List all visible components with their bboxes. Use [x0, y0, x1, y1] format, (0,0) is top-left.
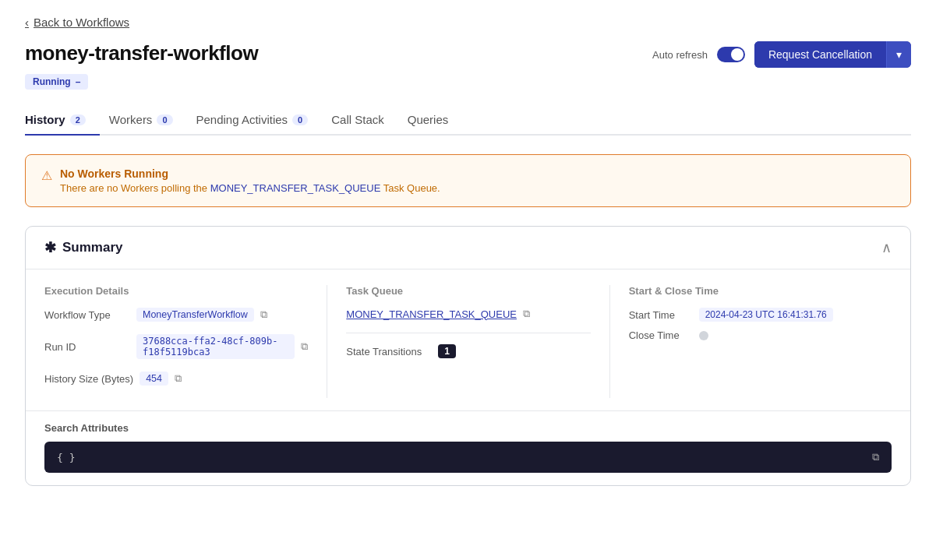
status-label: Running	[33, 76, 71, 87]
tab-history-badge: 2	[70, 114, 86, 125]
close-time-label: Close Time	[629, 329, 691, 341]
start-close-time-title: Start & Close Time	[629, 285, 873, 297]
summary-title-label: Summary	[62, 240, 122, 255]
tab-workers-badge: 0	[157, 114, 172, 125]
request-cancellation-label: Request Cancellation	[754, 41, 886, 68]
tab-call-stack[interactable]: Call Stack	[331, 105, 398, 136]
search-attributes-json-value: { }	[57, 452, 75, 463]
request-cancellation-button[interactable]: Request Cancellation ▾	[754, 41, 911, 68]
run-id-row: Run ID 37688cca-ffa2-48cf-809b-f18f5119b…	[44, 334, 308, 359]
workflow-type-row: Workflow Type MoneyTransferWorkflow ⧉	[44, 308, 308, 322]
summary-header: ✱ Summary ∧	[26, 227, 910, 269]
search-attributes-json-box: { } ⧉	[44, 442, 892, 473]
tab-queries[interactable]: Queries	[408, 105, 463, 136]
search-attributes-copy-icon[interactable]: ⧉	[872, 451, 879, 463]
alert-warning-icon: ⚠	[41, 168, 52, 183]
start-time-row: Start Time 2024-04-23 UTC 16:41:31.76	[629, 308, 873, 322]
workflow-type-value: MoneyTransferWorkflow	[136, 308, 254, 322]
state-transitions-label: State Transitions	[346, 346, 432, 357]
state-transitions-value: 1	[438, 344, 456, 358]
task-queue-title: Task Queue	[346, 285, 590, 297]
history-size-row: History Size (Bytes) 454 ⧉	[44, 372, 308, 386]
tab-call-stack-label: Call Stack	[331, 113, 384, 126]
run-id-value: 37688cca-ffa2-48cf-809b-f18f5119bca3	[136, 334, 295, 359]
run-id-copy-icon[interactable]: ⧉	[301, 340, 308, 353]
tab-history-label: History	[25, 113, 65, 126]
start-close-time-section: Start & Close Time Start Time 2024-04-23…	[609, 285, 892, 398]
task-queue-divider	[346, 333, 590, 333]
tabs-bar: History 2 Workers 0 Pending Activities 0…	[25, 105, 911, 136]
auto-refresh-label: Auto refresh	[652, 49, 708, 61]
toggle-knob	[731, 48, 744, 61]
alert-queue-link[interactable]: MONEY_TRANSFER_TASK_QUEUE	[210, 182, 381, 194]
back-link-label: Back to Workflows	[34, 16, 129, 29]
alert-title: No Workers Running	[60, 167, 440, 180]
back-to-workflows-link[interactable]: ‹ Back to Workflows	[25, 16, 911, 29]
history-size-value: 454	[140, 372, 168, 386]
status-badge: Running –	[25, 74, 88, 90]
close-time-row: Close Time	[629, 329, 873, 341]
workflow-type-copy-icon[interactable]: ⧉	[260, 308, 267, 321]
tab-queries-label: Queries	[408, 113, 449, 126]
state-transitions-row: State Transitions 1	[346, 344, 590, 358]
back-arrow-icon: ‹	[25, 16, 29, 29]
alert-text-prefix: There are no Workers polling the	[60, 182, 210, 194]
alert-text-suffix: Task Queue.	[380, 182, 440, 194]
request-cancellation-dropdown-arrow[interactable]: ▾	[886, 41, 911, 68]
execution-details-section: Execution Details Workflow Type MoneyTra…	[44, 285, 327, 398]
summary-collapse-button[interactable]: ∧	[881, 239, 892, 256]
workflow-title: money-transfer-workflow	[25, 41, 258, 65]
task-queue-copy-icon[interactable]: ⧉	[523, 308, 530, 320]
alert-text: There are no Workers polling the MONEY_T…	[60, 182, 440, 194]
status-dash: –	[76, 76, 81, 87]
task-queue-name-row: MONEY_TRANSFER_TASK_QUEUE ⧉	[346, 308, 590, 320]
task-queue-section: Task Queue MONEY_TRANSFER_TASK_QUEUE ⧉ S…	[327, 285, 609, 398]
no-workers-alert: ⚠ No Workers Running There are no Worker…	[25, 154, 911, 207]
history-size-copy-icon[interactable]: ⧉	[175, 372, 182, 385]
execution-details-title: Execution Details	[44, 285, 308, 297]
tab-pending-activities[interactable]: Pending Activities 0	[196, 105, 323, 136]
search-attributes-title: Search Attributes	[44, 411, 892, 442]
auto-refresh-toggle[interactable]	[717, 47, 745, 62]
history-size-label: History Size (Bytes)	[44, 373, 133, 385]
tab-history[interactable]: History 2	[25, 105, 100, 136]
tab-workers-label: Workers	[109, 113, 153, 126]
task-queue-link[interactable]: MONEY_TRANSFER_TASK_QUEUE	[346, 308, 517, 320]
search-attributes-section: Search Attributes { } ⧉	[26, 410, 910, 485]
start-time-value: 2024-04-23 UTC 16:41:31.76	[699, 308, 833, 322]
tab-pending-activities-label: Pending Activities	[196, 113, 288, 126]
start-time-label: Start Time	[629, 309, 691, 321]
workflow-type-label: Workflow Type	[44, 309, 130, 321]
tab-workers[interactable]: Workers 0	[109, 105, 187, 136]
summary-star-icon: ✱	[44, 239, 56, 256]
close-time-empty-indicator	[699, 331, 708, 340]
tab-pending-activities-badge: 0	[292, 114, 308, 125]
summary-box: ✱ Summary ∧ Execution Details Workflow T…	[25, 226, 911, 486]
run-id-label: Run ID	[44, 341, 130, 353]
